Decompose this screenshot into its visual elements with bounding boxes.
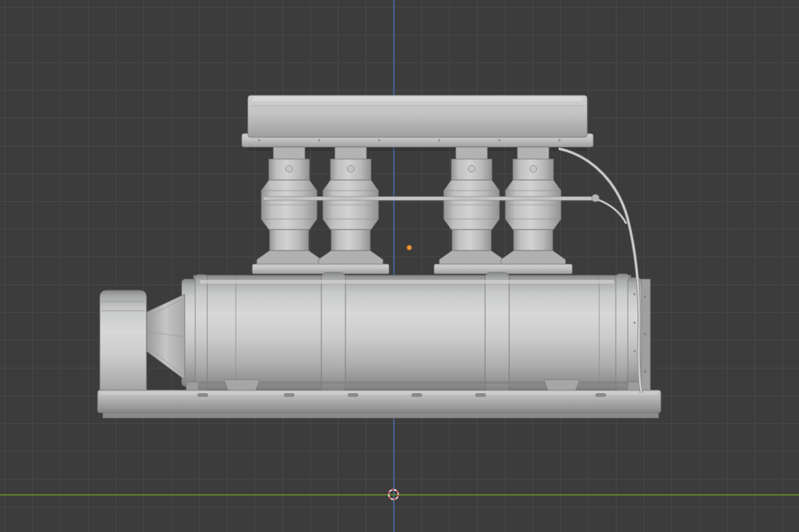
viewport-scene xyxy=(0,0,799,532)
manifold-plate[interactable] xyxy=(252,264,572,276)
injector-stack-2[interactable] xyxy=(318,147,383,266)
injector-stack-4[interactable] xyxy=(501,147,565,266)
model-supercharger[interactable] xyxy=(98,95,661,418)
injector-stack-1[interactable] xyxy=(257,147,321,266)
injector-stack-3[interactable] xyxy=(439,147,504,266)
scoop-top-plate[interactable] xyxy=(242,95,593,151)
object-origin[interactable] xyxy=(407,245,412,250)
blender-3d-viewport[interactable] xyxy=(0,0,799,532)
base-plate[interactable] xyxy=(98,390,661,418)
